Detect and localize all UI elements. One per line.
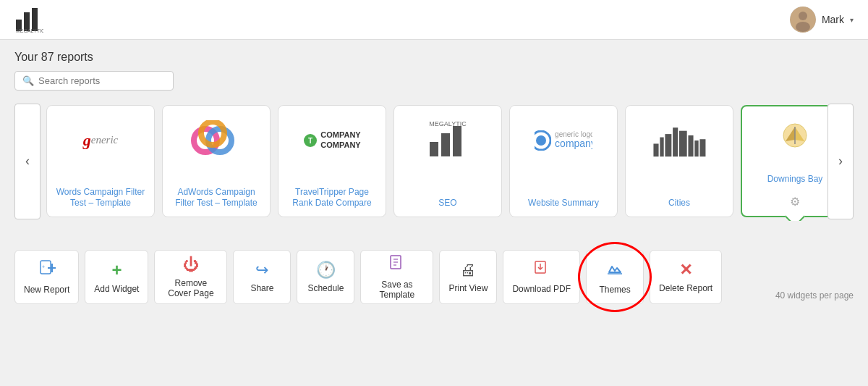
report-label-website-summary: Website Summary xyxy=(528,198,599,209)
report-card-website-summary[interactable]: generic logocompany Website Summary xyxy=(509,105,618,217)
save-template-icon xyxy=(389,254,405,276)
report-card-cities[interactable]: Cities xyxy=(625,105,733,217)
remove-cover-button[interactable]: ⏻ Remove Cover Page xyxy=(154,250,227,304)
download-pdf-label: Download PDF xyxy=(512,284,571,294)
report-label-traveltrip: TravelTripper Page Rank Date Compare xyxy=(286,187,378,209)
megalytic-logo-icon: MEGALYTIC xyxy=(14,5,43,34)
themes-label: Themes xyxy=(599,285,630,295)
report-card-seo[interactable]: MEGALYTIC SEO xyxy=(393,105,502,217)
new-report-icon: + xyxy=(38,259,56,281)
reports-list: g eneric Words Campaign Filter Test – Te… xyxy=(41,101,827,221)
svg-text:+: + xyxy=(42,264,45,269)
carousel-next-button[interactable]: › xyxy=(827,104,854,219)
svg-rect-12 xyxy=(430,142,438,156)
themes-icon xyxy=(606,259,624,281)
svg-text:MEGALYTIC: MEGALYTIC xyxy=(16,28,43,33)
svg-rect-22 xyxy=(679,130,687,156)
add-widget-icon: + xyxy=(111,260,122,280)
delete-icon: ✕ xyxy=(679,261,692,280)
search-input[interactable] xyxy=(38,75,166,86)
svg-point-17 xyxy=(536,135,546,146)
remove-cover-icon: ⏻ xyxy=(183,256,199,274)
page-count-label: 40 widgets per page xyxy=(775,290,854,304)
report-label-words-campaign: Words Campaign Filter Test – Template xyxy=(54,187,147,209)
svg-rect-24 xyxy=(694,140,698,156)
header: MEGALYTIC Mark ▾ xyxy=(0,0,868,40)
report-logo-seo: MEGALYTIC xyxy=(419,117,477,164)
report-card-words-campaign[interactable]: g eneric Words Campaign Filter Test – Te… xyxy=(46,105,155,217)
report-logo-traveltrip: T COMPANYCOMPANY xyxy=(303,117,361,164)
share-label: Share xyxy=(250,283,273,293)
report-logo-words-campaign: g eneric xyxy=(72,117,129,164)
share-icon: ↪ xyxy=(255,261,268,280)
search-bar[interactable]: 🔍 xyxy=(14,71,174,91)
main-content: Your 87 reports 🔍 ‹ g eneric Words Campa… xyxy=(0,40,868,246)
save-template-button[interactable]: Save as Template xyxy=(360,250,433,304)
svg-rect-14 xyxy=(453,126,461,156)
print-icon: 🖨 xyxy=(460,261,476,280)
svg-point-5 xyxy=(799,12,807,20)
download-icon xyxy=(534,260,550,280)
svg-rect-25 xyxy=(699,139,705,156)
toolbar: + New Report + Add Widget ⏻ Remove Cover… xyxy=(0,246,868,311)
report-logo-cities xyxy=(650,117,708,164)
themes-button[interactable]: Themes xyxy=(586,250,644,304)
user-menu[interactable]: Mark ▾ xyxy=(790,7,854,33)
report-logo-adwords xyxy=(187,117,245,164)
svg-rect-20 xyxy=(665,134,671,156)
reports-count-label: Your 87 reports xyxy=(14,51,854,64)
report-label-seo: SEO xyxy=(438,198,456,209)
report-label-cities: Cities xyxy=(668,198,690,209)
svg-point-6 xyxy=(796,22,810,32)
carousel-prev-button[interactable]: ‹ xyxy=(14,104,41,219)
share-button[interactable]: ↪ Share xyxy=(233,250,291,304)
search-icon: 🔍 xyxy=(22,75,34,86)
report-card-adwords-campaign[interactable]: AdWords Campaign Filter Test – Template xyxy=(162,105,271,217)
user-chevron-icon: ▾ xyxy=(850,16,854,24)
add-widget-label: Add Widget xyxy=(94,284,139,294)
delete-report-label: Delete Report xyxy=(659,283,712,293)
svg-rect-23 xyxy=(688,135,693,156)
logo-area: MEGALYTIC xyxy=(14,5,43,34)
svg-text:T: T xyxy=(308,137,312,145)
download-pdf-button[interactable]: Download PDF xyxy=(503,250,580,304)
save-template-label: Save as Template xyxy=(370,280,424,300)
svg-rect-19 xyxy=(660,137,663,156)
schedule-label: Schedule xyxy=(307,283,344,293)
print-view-label: Print View xyxy=(449,283,488,293)
report-card-traveltrip[interactable]: T COMPANYCOMPANY TravelTripper Page Rank… xyxy=(278,105,386,217)
report-label-downings: Downings Bay xyxy=(767,174,823,185)
user-name-label: Mark xyxy=(822,14,844,25)
delete-report-button[interactable]: ✕ Delete Report xyxy=(650,250,722,304)
report-logo-downings xyxy=(766,117,824,164)
schedule-icon: 🕐 xyxy=(316,261,336,280)
svg-rect-18 xyxy=(653,143,658,156)
report-label-adwords: AdWords Campaign Filter Test – Template xyxy=(170,187,263,209)
schedule-button[interactable]: 🕐 Schedule xyxy=(297,250,354,304)
report-logo-website-summary: generic logocompany xyxy=(535,117,592,164)
gear-icon[interactable]: ⚙ xyxy=(790,195,800,209)
avatar xyxy=(790,7,816,33)
add-widget-button[interactable]: + Add Widget xyxy=(85,250,148,304)
remove-cover-label: Remove Cover Page xyxy=(163,278,218,298)
new-report-button[interactable]: + New Report xyxy=(14,250,79,304)
svg-rect-21 xyxy=(673,127,678,156)
print-view-button[interactable]: 🖨 Print View xyxy=(439,250,497,304)
report-card-downings-bay[interactable]: Downings Bay ⚙ xyxy=(741,105,827,217)
svg-rect-13 xyxy=(441,133,450,156)
new-report-label: New Report xyxy=(24,285,69,295)
reports-carousel: ‹ g eneric Words Campaign Filter Test – … xyxy=(14,101,854,221)
svg-text:MEGALYTIC: MEGALYTIC xyxy=(429,120,467,127)
